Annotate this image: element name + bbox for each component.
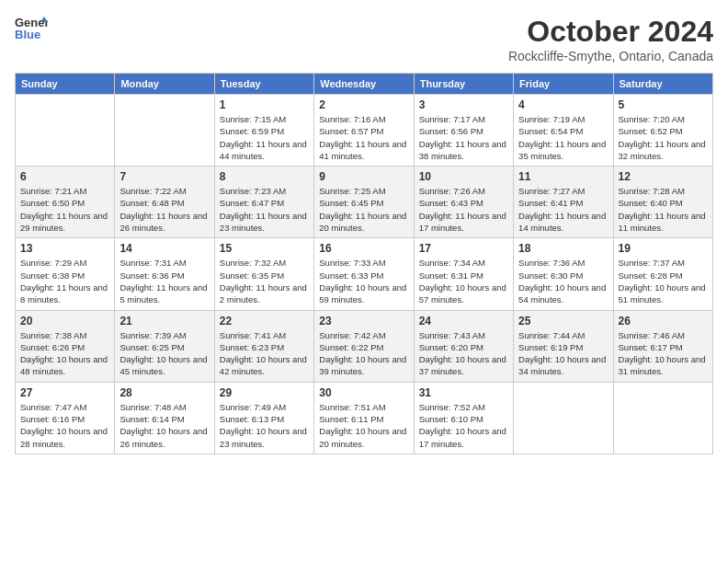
day-info: Sunrise: 7:17 AMSunset: 6:56 PMDaylight:… (419, 113, 508, 162)
day-info: Sunrise: 7:46 AMSunset: 6:17 PMDaylight:… (619, 329, 708, 378)
day-info: Sunrise: 7:15 AMSunset: 6:59 PMDaylight:… (220, 113, 309, 162)
calendar-cell: 26Sunrise: 7:46 AMSunset: 6:17 PMDayligh… (613, 310, 712, 382)
calendar-cell: 12Sunrise: 7:28 AMSunset: 6:40 PMDayligh… (613, 167, 712, 238)
calendar-cell: 11Sunrise: 7:27 AMSunset: 6:41 PMDayligh… (514, 167, 613, 238)
calendar-cell: 14Sunrise: 7:31 AMSunset: 6:36 PMDayligh… (115, 238, 214, 310)
day-number: 25 (518, 315, 608, 327)
day-info: Sunrise: 7:28 AMSunset: 6:40 PMDaylight:… (619, 185, 708, 234)
day-info: Sunrise: 7:31 AMSunset: 6:36 PMDaylight:… (119, 257, 209, 305)
day-info: Sunrise: 7:44 AMSunset: 6:19 PMDaylight:… (518, 329, 608, 378)
location-subtitle: Rockcliffe-Smythe, Ontario, Canada (508, 49, 713, 63)
day-info: Sunrise: 7:36 AMSunset: 6:30 PMDaylight:… (518, 257, 608, 305)
day-info: Sunrise: 7:19 AMSunset: 6:54 PMDaylight:… (518, 113, 608, 162)
calendar-cell: 6Sunrise: 7:21 AMSunset: 6:50 PMDaylight… (16, 167, 115, 238)
day-number: 4 (518, 98, 608, 111)
calendar-cell (115, 95, 214, 167)
calendar-cell: 23Sunrise: 7:42 AMSunset: 6:22 PMDayligh… (314, 310, 414, 382)
day-info: Sunrise: 7:48 AMSunset: 6:14 PMDaylight:… (119, 401, 209, 450)
day-number: 15 (220, 242, 309, 255)
day-number: 2 (319, 98, 408, 111)
day-number: 18 (518, 242, 608, 255)
day-number: 1 (220, 98, 309, 111)
title-block: October 2024 Rockcliffe-Smythe, Ontario,… (508, 15, 713, 63)
weekday-header-sunday: Sunday (16, 74, 115, 95)
day-number: 7 (119, 170, 209, 183)
weekday-header-monday: Monday (115, 74, 214, 95)
day-info: Sunrise: 7:27 AMSunset: 6:41 PMDaylight:… (518, 185, 608, 234)
day-number: 29 (220, 386, 309, 399)
calendar-cell: 21Sunrise: 7:39 AMSunset: 6:25 PMDayligh… (115, 310, 214, 382)
day-info: Sunrise: 7:49 AMSunset: 6:13 PMDaylight:… (220, 401, 309, 450)
day-info: Sunrise: 7:43 AMSunset: 6:20 PMDaylight:… (419, 329, 508, 378)
day-number: 6 (20, 170, 109, 183)
calendar-cell (16, 95, 115, 167)
calendar-cell: 5Sunrise: 7:20 AMSunset: 6:52 PMDaylight… (613, 95, 712, 167)
day-info: Sunrise: 7:37 AMSunset: 6:28 PMDaylight:… (619, 257, 708, 305)
week-row-2: 6Sunrise: 7:21 AMSunset: 6:50 PMDaylight… (16, 167, 713, 238)
day-number: 10 (419, 170, 508, 183)
day-number: 19 (619, 242, 708, 255)
day-number: 17 (419, 242, 508, 255)
calendar-cell (613, 382, 712, 454)
day-info: Sunrise: 7:39 AMSunset: 6:25 PMDaylight:… (119, 329, 209, 378)
day-number: 31 (419, 386, 508, 399)
day-number: 20 (20, 315, 109, 327)
day-info: Sunrise: 7:42 AMSunset: 6:22 PMDaylight:… (319, 329, 408, 378)
day-info: Sunrise: 7:25 AMSunset: 6:45 PMDaylight:… (319, 185, 408, 234)
day-number: 5 (619, 98, 708, 111)
page-header: General Blue October 2024 Rockcliffe-Smy… (15, 15, 713, 63)
day-info: Sunrise: 7:22 AMSunset: 6:48 PMDaylight:… (119, 185, 209, 234)
svg-text:Blue: Blue (15, 28, 40, 41)
calendar-cell: 28Sunrise: 7:48 AMSunset: 6:14 PMDayligh… (115, 382, 214, 454)
calendar-cell: 24Sunrise: 7:43 AMSunset: 6:20 PMDayligh… (414, 310, 513, 382)
day-info: Sunrise: 7:41 AMSunset: 6:23 PMDaylight:… (220, 329, 309, 378)
day-number: 16 (319, 242, 408, 255)
week-row-1: 1Sunrise: 7:15 AMSunset: 6:59 PMDaylight… (16, 95, 713, 167)
calendar-cell: 17Sunrise: 7:34 AMSunset: 6:31 PMDayligh… (414, 238, 513, 310)
calendar-cell (514, 382, 613, 454)
day-info: Sunrise: 7:21 AMSunset: 6:50 PMDaylight:… (20, 185, 109, 234)
calendar-cell: 25Sunrise: 7:44 AMSunset: 6:19 PMDayligh… (514, 310, 613, 382)
calendar-cell: 13Sunrise: 7:29 AMSunset: 6:38 PMDayligh… (16, 238, 115, 310)
day-info: Sunrise: 7:33 AMSunset: 6:33 PMDaylight:… (319, 257, 408, 305)
day-number: 21 (119, 315, 209, 327)
weekday-header-row: SundayMondayTuesdayWednesdayThursdayFrid… (16, 74, 713, 95)
calendar-cell: 2Sunrise: 7:16 AMSunset: 6:57 PMDaylight… (314, 95, 414, 167)
day-number: 24 (419, 315, 508, 327)
day-number: 11 (518, 170, 608, 183)
calendar-cell: 27Sunrise: 7:47 AMSunset: 6:16 PMDayligh… (16, 382, 115, 454)
week-row-3: 13Sunrise: 7:29 AMSunset: 6:38 PMDayligh… (16, 238, 713, 310)
day-info: Sunrise: 7:16 AMSunset: 6:57 PMDaylight:… (319, 113, 408, 162)
weekday-header-wednesday: Wednesday (314, 74, 414, 95)
day-number: 30 (319, 386, 408, 399)
day-number: 27 (20, 386, 109, 399)
calendar-cell: 31Sunrise: 7:52 AMSunset: 6:10 PMDayligh… (414, 382, 513, 454)
day-number: 13 (20, 242, 109, 255)
calendar-cell: 8Sunrise: 7:23 AMSunset: 6:47 PMDaylight… (214, 167, 313, 238)
calendar-cell: 22Sunrise: 7:41 AMSunset: 6:23 PMDayligh… (214, 310, 313, 382)
calendar-cell: 9Sunrise: 7:25 AMSunset: 6:45 PMDaylight… (314, 167, 414, 238)
day-info: Sunrise: 7:47 AMSunset: 6:16 PMDaylight:… (20, 401, 109, 450)
logo-icon: General Blue (15, 15, 48, 42)
day-info: Sunrise: 7:32 AMSunset: 6:35 PMDaylight:… (220, 257, 309, 305)
calendar-cell: 4Sunrise: 7:19 AMSunset: 6:54 PMDaylight… (514, 95, 613, 167)
month-title: October 2024 (508, 15, 713, 49)
day-number: 14 (119, 242, 209, 255)
calendar-cell: 10Sunrise: 7:26 AMSunset: 6:43 PMDayligh… (414, 167, 513, 238)
day-info: Sunrise: 7:20 AMSunset: 6:52 PMDaylight:… (619, 113, 708, 162)
calendar-cell: 16Sunrise: 7:33 AMSunset: 6:33 PMDayligh… (314, 238, 414, 310)
day-info: Sunrise: 7:51 AMSunset: 6:11 PMDaylight:… (319, 401, 408, 450)
weekday-header-thursday: Thursday (414, 74, 513, 95)
day-info: Sunrise: 7:23 AMSunset: 6:47 PMDaylight:… (220, 185, 309, 234)
day-number: 23 (319, 315, 408, 327)
weekday-header-saturday: Saturday (613, 74, 712, 95)
calendar-cell: 3Sunrise: 7:17 AMSunset: 6:56 PMDaylight… (414, 95, 513, 167)
week-row-4: 20Sunrise: 7:38 AMSunset: 6:26 PMDayligh… (16, 310, 713, 382)
day-number: 26 (619, 315, 708, 327)
calendar-cell: 15Sunrise: 7:32 AMSunset: 6:35 PMDayligh… (214, 238, 313, 310)
day-number: 8 (220, 170, 309, 183)
calendar-cell: 18Sunrise: 7:36 AMSunset: 6:30 PMDayligh… (514, 238, 613, 310)
day-number: 22 (220, 315, 309, 327)
day-number: 12 (619, 170, 708, 183)
day-info: Sunrise: 7:29 AMSunset: 6:38 PMDaylight:… (20, 257, 109, 305)
